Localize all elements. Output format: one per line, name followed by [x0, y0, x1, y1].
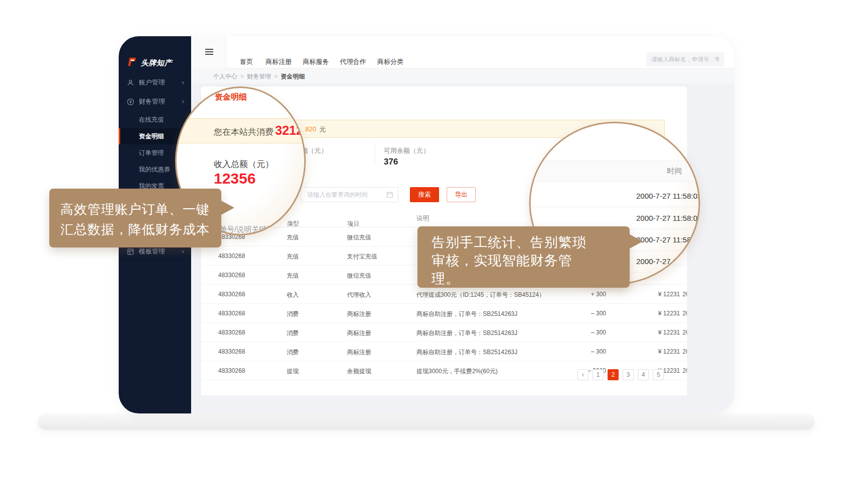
lens-notice-text: 您在本站共消费	[214, 126, 274, 138]
cell-type: 充值	[287, 272, 299, 280]
app-logo: 头牌知产	[127, 56, 172, 69]
search-input[interactable]	[646, 52, 724, 66]
breadcrumb-item[interactable]: 财务管理	[247, 73, 271, 80]
cell-order: 48330268	[218, 272, 245, 279]
cell-time: 2000-7-27 11:58:03	[683, 310, 687, 317]
lens-time-value: 2000-7-27 11:58:03	[636, 214, 700, 222]
chevron-down-icon: ∨	[181, 80, 185, 85]
pagination-page-5[interactable]: 5	[653, 369, 664, 380]
cell-desc: 商标自助注册，订单号：SB2514263J	[416, 348, 518, 357]
export-button[interactable]: 导出	[447, 187, 476, 202]
sidebar-item-label: 模板管理	[139, 247, 181, 256]
pagination-page-2-active[interactable]: 2	[608, 369, 619, 380]
available-balance-label: 可用余额（元）	[384, 146, 430, 155]
cell-type: 充值	[287, 233, 299, 242]
nav-trademark-class[interactable]: 商标分类	[377, 57, 403, 66]
sort-icon[interactable]: ∨	[289, 220, 293, 227]
lens-income-value: 12356	[214, 170, 255, 187]
callout-text: 汇总数据，降低财务成本	[60, 221, 210, 238]
laptop-base	[38, 413, 815, 430]
stats-divider	[375, 144, 375, 166]
sidebar-item-account[interactable]: 账户管理 ∨	[119, 75, 191, 90]
cell-type: 提现	[287, 367, 299, 376]
pagination-page-3[interactable]: 3	[623, 369, 634, 380]
cell-balance: ¥ 12231	[619, 310, 680, 317]
cell-type: 消费	[287, 329, 299, 338]
sidebar-item-recharge[interactable]: 在线充值	[119, 112, 191, 127]
menu-toggle-button[interactable]	[191, 36, 226, 68]
nav-trademark-register[interactable]: 商标注册	[266, 57, 292, 66]
callout-arrow-icon	[630, 234, 643, 248]
nav-home[interactable]: 首页	[240, 57, 253, 66]
cell-desc: 商标自助注册，订单号：SB2514263J	[416, 310, 518, 318]
available-balance-value: 376	[384, 157, 398, 167]
lens-time-value: 2000-7-27 11:58:03	[636, 192, 700, 200]
breadcrumb-bar: 个人中心>财务管理>资金明细	[191, 68, 734, 83]
topbar: 首页 商标注册 商标服务 代理合作 商标分类	[191, 36, 734, 68]
hamburger-icon	[205, 49, 213, 56]
template-icon	[127, 248, 134, 256]
cell-project: 商标注册	[347, 348, 371, 357]
notice-amount-minor: 820	[305, 125, 316, 133]
chevron-up-icon: ∧	[181, 99, 185, 104]
pagination-page-1[interactable]: 1	[592, 369, 604, 380]
lens-time-header: 时间	[667, 166, 682, 176]
cell-time: 2000-7-27 11:58:03	[683, 348, 687, 355]
callout-text: 理。	[432, 270, 460, 288]
cell-project: 余额提现	[347, 367, 371, 376]
cell-desc: 商标自助注册，订单号：SB2514263J	[416, 329, 518, 338]
callout-arrow-icon	[221, 201, 234, 215]
time-query-input[interactable]	[301, 187, 398, 202]
cell-balance: ¥ 12231	[619, 291, 680, 298]
breadcrumb-separator: >	[240, 73, 244, 80]
col-desc-header: 说明	[416, 214, 429, 223]
callout-text: 告别手工统计、告别繁琐	[432, 233, 586, 251]
cell-project: 商标注册	[347, 329, 371, 338]
cell-project: 商标注册	[347, 310, 371, 318]
cell-order: 48330268	[218, 253, 245, 260]
logo-icon	[127, 56, 138, 69]
search-button[interactable]: 搜索	[410, 187, 439, 202]
pagination-prev[interactable]: ‹	[577, 369, 588, 380]
pagination: ‹ 1 2 3 4 5	[577, 369, 664, 380]
table-row: 48330268 消费 商标注册 商标自助注册，订单号：SB2514263J –…	[201, 342, 687, 361]
cell-balance: ¥ 12231	[619, 329, 680, 336]
lens-row-divider	[531, 207, 699, 207]
calendar-icon[interactable]	[386, 191, 393, 200]
sidebar-item-finance[interactable]: 财务管理 ∧	[119, 95, 191, 109]
finance-icon	[127, 98, 134, 106]
breadcrumb-item[interactable]: 个人中心	[213, 73, 237, 80]
cell-time: 2000-7-27 11:58:03	[683, 329, 687, 336]
cell-order: 48330268	[218, 310, 245, 317]
cell-order: 48330268	[218, 329, 245, 336]
sidebar-item-label: 财务管理	[139, 97, 181, 106]
table-row: 48330268 消费 商标注册 商标自助注册，订单号：SB2514263J –…	[201, 323, 687, 342]
lens-tab-label: 资金明细	[215, 92, 247, 103]
chevron-down-icon: ∨	[181, 249, 185, 254]
cell-order: 48330268	[218, 348, 245, 355]
cell-type: 消费	[287, 310, 299, 318]
cell-amount: – 300	[548, 329, 606, 336]
nav-trademark-service[interactable]: 商标服务	[303, 57, 329, 66]
notice-unit: 元	[319, 125, 326, 134]
cell-project: 代理收入	[347, 291, 371, 299]
table-row: 48330268 消费 商标注册 商标自助注册，订单号：SB2514263J –…	[201, 304, 687, 323]
callout-left: 高效管理账户订单、一键 汇总数据，降低财务成本	[49, 189, 221, 247]
cell-amount: + 300	[548, 291, 606, 298]
cell-project: 微信充值	[347, 233, 371, 242]
cell-project: 支付宝充值	[347, 253, 377, 261]
cell-amount: – 300	[548, 348, 606, 355]
lens-income-label: 收入总额（元）	[214, 158, 274, 170]
callout-right: 告别手工统计、告别繁琐 审核，实现智能财务管 理。	[417, 226, 630, 288]
cell-time: 2000-7-27 11:58:03	[683, 291, 687, 298]
sidebar-item-label: 账户管理	[139, 78, 181, 87]
logo-text: 头牌知产	[141, 58, 172, 68]
cell-type: 充值	[287, 253, 299, 261]
sort-icon[interactable]: ∨	[349, 220, 354, 227]
nav-agency[interactable]: 代理合作	[340, 57, 366, 66]
callout-text: 高效管理账户订单、一键	[60, 201, 210, 218]
user-icon	[127, 79, 134, 87]
cell-type: 收入	[287, 291, 299, 299]
cell-desc: 提现3000元，手续费2%(60元)	[416, 367, 497, 376]
pagination-page-4[interactable]: 4	[638, 369, 649, 380]
